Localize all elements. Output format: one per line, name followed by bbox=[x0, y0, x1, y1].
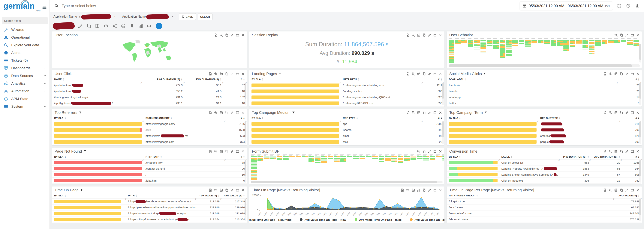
scrollbar-thumb[interactable] bbox=[442, 83, 444, 99]
csv-icon[interactable] bbox=[603, 188, 607, 192]
column-header[interactable]: DOM LABEL▲▼// bbox=[447, 77, 618, 82]
column-header[interactable]: AVG DURATION (S)▲▼// bbox=[184, 77, 223, 82]
calendar-icon[interactable] bbox=[614, 111, 618, 114]
column-header[interactable]: PATH > USER GROUP▲▼// bbox=[447, 193, 614, 198]
remove-filter-icon[interactable]: × bbox=[172, 15, 174, 18]
table-row[interactable]: /blog-ised-boom-nearshore-manufacturing/… bbox=[52, 199, 246, 205]
user-avatar-icon[interactable] bbox=[635, 3, 640, 8]
close-icon[interactable] bbox=[636, 111, 640, 114]
calendar-icon[interactable] bbox=[220, 111, 223, 114]
maximize-icon[interactable] bbox=[630, 72, 634, 76]
scrollbar-thumb[interactable] bbox=[244, 160, 246, 176]
zoom-icon[interactable] bbox=[214, 188, 218, 192]
csv-icon[interactable] bbox=[400, 188, 404, 192]
column-header[interactable]: #▲▼// bbox=[622, 154, 641, 160]
column-header[interactable]: LABEL▲▼// bbox=[500, 154, 560, 160]
column-header[interactable]: BY SLA▲▼// bbox=[250, 115, 341, 121]
print-icon[interactable] bbox=[121, 23, 126, 28]
table-row[interactable]: /blog-triple-helix-model-benefits-opport… bbox=[52, 205, 246, 211]
grid-icon[interactable] bbox=[95, 23, 100, 28]
global-search-input[interactable] bbox=[61, 3, 399, 8]
calendar-icon[interactable] bbox=[614, 188, 618, 192]
table-row[interactable]: twitter5 bbox=[447, 100, 641, 106]
maximize-icon[interactable] bbox=[630, 111, 634, 114]
zoom-icon[interactable] bbox=[609, 72, 612, 76]
table-row[interactable]: /about-ai/ > true576.229 bbox=[447, 217, 641, 223]
legend-item[interactable]: Avg Value Time On Page – New bbox=[300, 218, 346, 221]
add-widget-button[interactable] bbox=[156, 23, 162, 29]
copy-icon[interactable] bbox=[225, 33, 228, 37]
edit-icon[interactable] bbox=[428, 111, 431, 114]
table-row[interactable]: /cHJpdmFjaW78 bbox=[52, 160, 246, 166]
table-row[interactable]: Landing Shelter Administrative Services … bbox=[447, 172, 641, 178]
table-row[interactable]: cpc7903 bbox=[250, 121, 444, 127]
column-header[interactable]: REF SUBTYPE▲▼// bbox=[538, 115, 620, 121]
column-header[interactable]: BY SLA▲▼// bbox=[52, 115, 144, 121]
scrollbar-thumb[interactable] bbox=[442, 121, 444, 137]
edit-icon[interactable] bbox=[625, 111, 628, 114]
column-header[interactable]: AVG VALUE (S)▲▼// bbox=[614, 193, 641, 198]
scrollbar-thumb[interactable] bbox=[639, 160, 641, 176]
close-icon[interactable] bbox=[439, 188, 442, 192]
copy-icon[interactable] bbox=[225, 111, 228, 114]
scrollbar-thumb[interactable] bbox=[639, 44, 641, 60]
table-row[interactable]: Click on input text30619752 bbox=[447, 178, 641, 184]
copy-icon[interactable] bbox=[422, 33, 426, 37]
bookmark-icon[interactable] bbox=[130, 23, 134, 28]
zoom-icon[interactable] bbox=[609, 111, 612, 114]
edit-icon[interactable] bbox=[230, 150, 234, 153]
scrollbar-thumb[interactable] bbox=[244, 121, 246, 137]
close-icon[interactable] bbox=[439, 150, 442, 153]
table-row[interactable]: Click on select list553201086 bbox=[447, 160, 641, 166]
calendar-icon[interactable] bbox=[220, 188, 223, 192]
sidebar-item-apm-state[interactable]: APM State bbox=[0, 95, 50, 103]
column-header[interactable]: AVG DURATION (S)▲▼// bbox=[591, 154, 622, 160]
calendar-icon[interactable] bbox=[614, 72, 618, 76]
maximize-icon[interactable] bbox=[630, 188, 634, 192]
legend-item[interactable]: Avg Value Time On Page – Returning bbox=[249, 218, 292, 221]
maximize-icon[interactable] bbox=[433, 150, 437, 153]
zoom-icon[interactable] bbox=[609, 150, 612, 153]
save-button[interactable]: SAVE bbox=[179, 13, 196, 20]
column-header[interactable]: #▲▼// bbox=[423, 77, 444, 82]
table-row[interactable]: none1638 bbox=[52, 127, 246, 133]
maximize-icon[interactable] bbox=[236, 150, 239, 153]
table-row[interactable]: parque293 bbox=[447, 139, 641, 145]
edit-icon[interactable] bbox=[428, 72, 431, 76]
edit-icon[interactable] bbox=[78, 23, 83, 28]
table-row[interactable]: 793 bbox=[447, 127, 641, 133]
filter-icon[interactable] bbox=[80, 189, 83, 192]
sidebar-search-input[interactable] bbox=[2, 17, 48, 24]
copy-icon[interactable] bbox=[225, 72, 228, 76]
column-header[interactable]: BY SLA▲▼// bbox=[250, 77, 341, 82]
calendar-icon[interactable] bbox=[417, 72, 420, 76]
table-row[interactable]: /landing-shelter/889 bbox=[250, 88, 444, 94]
sidebar-item-data-sources[interactable]: Data Sources bbox=[0, 72, 50, 80]
column-header[interactable]: BY SLA▲▼// bbox=[447, 115, 538, 121]
copy-icon[interactable] bbox=[422, 150, 426, 153]
table-row[interactable]: Mail23 bbox=[250, 139, 444, 145]
table-row[interactable]: Search298 bbox=[250, 127, 444, 133]
column-header[interactable]: BY SLA▲▼// bbox=[447, 154, 500, 160]
calendar-icon[interactable] bbox=[417, 33, 420, 37]
filter-chip[interactable]: Application Name× bbox=[121, 13, 174, 21]
sidebar-item-wizards[interactable]: Wizards bbox=[0, 26, 50, 33]
filter-icon[interactable] bbox=[292, 111, 295, 114]
column-header[interactable]: #▲▼// bbox=[225, 115, 246, 121]
table-row[interactable]: /es/landing-inventory-buildings-es/1111 bbox=[250, 82, 444, 88]
column-header[interactable]: #▲▼// bbox=[225, 154, 246, 160]
remove-filter-icon[interactable]: × bbox=[114, 15, 116, 18]
column-header[interactable]: HTTP PATH▲▼// bbox=[144, 154, 225, 160]
table-row[interactable]: /portfolio-item/777.333.167 bbox=[52, 82, 246, 88]
calendar-icon[interactable] bbox=[412, 188, 415, 192]
legend-item[interactable]: Avg Value Time On Page – false bbox=[355, 218, 402, 221]
edit-icon[interactable] bbox=[625, 188, 628, 192]
column-header[interactable]: AVG VALUE (S)▲▼// bbox=[222, 193, 247, 198]
clear-button[interactable]: CLEAR bbox=[198, 13, 213, 20]
column-header[interactable]: #▲▼// bbox=[423, 115, 444, 121]
close-icon[interactable] bbox=[241, 72, 245, 76]
edit-icon[interactable] bbox=[230, 111, 234, 114]
column-header[interactable]: P 99 DURATION (S)▲▼// bbox=[142, 77, 184, 82]
edit-icon[interactable] bbox=[625, 33, 628, 37]
maximize-icon[interactable] bbox=[236, 188, 239, 192]
